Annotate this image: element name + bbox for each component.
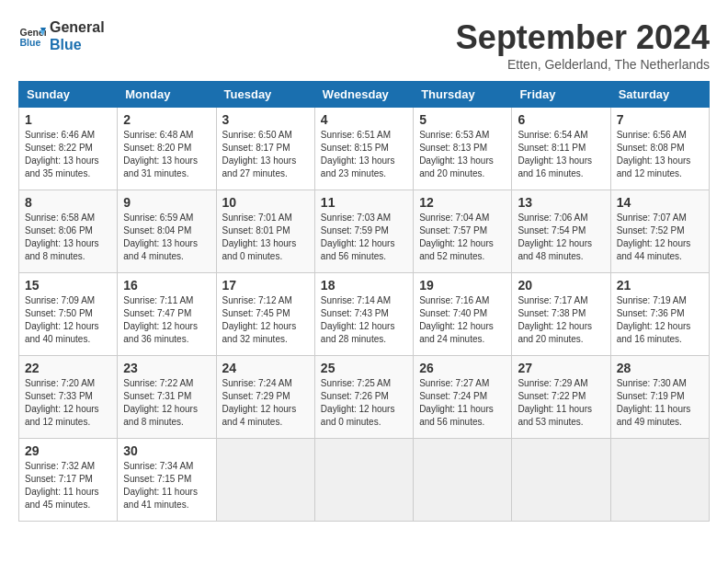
week-row-5: 29 Sunrise: 7:32 AM Sunset: 7:17 PM Dayl…: [19, 439, 710, 522]
day-info: Sunrise: 7:34 AM Sunset: 7:15 PM Dayligh…: [123, 460, 210, 511]
day-number: 13: [518, 195, 604, 210]
day-info: Sunrise: 7:09 AM Sunset: 7:50 PM Dayligh…: [25, 294, 111, 346]
day-info: Sunrise: 7:27 AM Sunset: 7:24 PM Dayligh…: [419, 377, 506, 429]
day-info: Sunrise: 6:48 AM Sunset: 8:20 PM Dayligh…: [123, 129, 210, 180]
header-cell-sunday: Sunday: [19, 82, 118, 108]
day-info: Sunrise: 7:12 AM Sunset: 7:45 PM Dayligh…: [222, 294, 309, 346]
day-number: 9: [123, 195, 210, 210]
day-cell: 20 Sunrise: 7:17 AM Sunset: 7:38 PM Dayl…: [512, 273, 610, 356]
day-info: Sunrise: 6:58 AM Sunset: 8:06 PM Dayligh…: [25, 212, 111, 263]
day-cell: 3 Sunrise: 6:50 AM Sunset: 8:17 PM Dayli…: [216, 108, 314, 190]
day-cell: [512, 439, 610, 522]
day-cell: 29 Sunrise: 7:32 AM Sunset: 7:17 PM Dayl…: [19, 439, 118, 522]
day-cell: 9 Sunrise: 6:59 AM Sunset: 8:04 PM Dayli…: [118, 190, 216, 273]
day-cell: 26 Sunrise: 7:27 AM Sunset: 7:24 PM Dayl…: [414, 356, 512, 439]
day-cell: [314, 439, 413, 522]
day-info: Sunrise: 7:19 AM Sunset: 7:36 PM Dayligh…: [617, 294, 703, 346]
day-number: 12: [419, 195, 506, 210]
day-cell: 12 Sunrise: 7:04 AM Sunset: 7:57 PM Dayl…: [414, 190, 512, 273]
day-number: 21: [617, 278, 703, 293]
day-info: Sunrise: 6:46 AM Sunset: 8:22 PM Dayligh…: [25, 129, 111, 180]
day-number: 29: [25, 443, 111, 458]
day-info: Sunrise: 7:17 AM Sunset: 7:38 PM Dayligh…: [518, 294, 604, 346]
title-block: September 2024 Etten, Gelderland, The Ne…: [456, 18, 710, 72]
day-number: 1: [25, 112, 111, 127]
day-cell: [610, 439, 709, 522]
header-cell-monday: Monday: [118, 82, 216, 108]
day-cell: 17 Sunrise: 7:12 AM Sunset: 7:45 PM Dayl…: [216, 273, 314, 356]
day-cell: [414, 439, 512, 522]
day-cell: 18 Sunrise: 7:14 AM Sunset: 7:43 PM Dayl…: [314, 273, 413, 356]
day-cell: 30 Sunrise: 7:34 AM Sunset: 7:15 PM Dayl…: [118, 439, 216, 522]
day-number: 26: [419, 361, 506, 375]
week-row-2: 8 Sunrise: 6:58 AM Sunset: 8:06 PM Dayli…: [19, 190, 710, 273]
day-number: 24: [222, 361, 309, 375]
day-info: Sunrise: 7:04 AM Sunset: 7:57 PM Dayligh…: [419, 212, 506, 263]
day-cell: 8 Sunrise: 6:58 AM Sunset: 8:06 PM Dayli…: [19, 190, 118, 273]
day-number: 16: [123, 278, 210, 293]
day-cell: 27 Sunrise: 7:29 AM Sunset: 7:22 PM Dayl…: [512, 356, 610, 439]
day-cell: 16 Sunrise: 7:11 AM Sunset: 7:47 PM Dayl…: [118, 273, 216, 356]
day-info: Sunrise: 7:14 AM Sunset: 7:43 PM Dayligh…: [321, 294, 407, 346]
day-number: 15: [25, 278, 111, 293]
day-info: Sunrise: 7:03 AM Sunset: 7:59 PM Dayligh…: [321, 212, 407, 263]
calendar-header: SundayMondayTuesdayWednesdayThursdayFrid…: [19, 82, 710, 108]
day-info: Sunrise: 7:25 AM Sunset: 7:26 PM Dayligh…: [321, 377, 407, 429]
day-number: 23: [123, 361, 210, 375]
day-info: Sunrise: 6:53 AM Sunset: 8:13 PM Dayligh…: [419, 129, 506, 180]
day-number: 6: [518, 112, 604, 127]
day-number: 8: [25, 195, 111, 210]
day-number: 2: [123, 112, 210, 127]
day-number: 11: [321, 195, 407, 210]
day-cell: 13 Sunrise: 7:06 AM Sunset: 7:54 PM Dayl…: [512, 190, 610, 273]
day-cell: 14 Sunrise: 7:07 AM Sunset: 7:52 PM Dayl…: [610, 190, 709, 273]
day-cell: 21 Sunrise: 7:19 AM Sunset: 7:36 PM Dayl…: [610, 273, 709, 356]
day-cell: 6 Sunrise: 6:54 AM Sunset: 8:11 PM Dayli…: [512, 108, 610, 190]
day-cell: 1 Sunrise: 6:46 AM Sunset: 8:22 PM Dayli…: [19, 108, 118, 190]
header-cell-wednesday: Wednesday: [314, 82, 413, 108]
day-info: Sunrise: 7:32 AM Sunset: 7:17 PM Dayligh…: [25, 460, 111, 511]
day-cell: 7 Sunrise: 6:56 AM Sunset: 8:08 PM Dayli…: [610, 108, 709, 190]
day-number: 19: [419, 278, 506, 293]
day-cell: [216, 439, 314, 522]
day-info: Sunrise: 7:30 AM Sunset: 7:19 PM Dayligh…: [617, 377, 703, 429]
day-cell: 11 Sunrise: 7:03 AM Sunset: 7:59 PM Dayl…: [314, 190, 413, 273]
day-number: 4: [321, 112, 407, 127]
day-cell: 10 Sunrise: 7:01 AM Sunset: 8:01 PM Dayl…: [216, 190, 314, 273]
day-number: 5: [419, 112, 506, 127]
day-info: Sunrise: 7:24 AM Sunset: 7:29 PM Dayligh…: [222, 377, 309, 429]
day-info: Sunrise: 7:01 AM Sunset: 8:01 PM Dayligh…: [222, 212, 309, 263]
day-number: 25: [321, 361, 407, 375]
day-number: 17: [222, 278, 309, 293]
day-number: 22: [25, 361, 111, 375]
day-number: 7: [617, 112, 703, 127]
page-header: General Blue General Blue September 2024…: [18, 18, 710, 72]
week-row-4: 22 Sunrise: 7:20 AM Sunset: 7:33 PM Dayl…: [19, 356, 710, 439]
header-cell-thursday: Thursday: [414, 82, 512, 108]
location-subtitle: Etten, Gelderland, The Netherlands: [456, 57, 710, 72]
day-number: 28: [617, 361, 703, 375]
header-cell-friday: Friday: [512, 82, 610, 108]
week-row-3: 15 Sunrise: 7:09 AM Sunset: 7:50 PM Dayl…: [19, 273, 710, 356]
logo: General Blue General Blue: [18, 18, 105, 53]
day-info: Sunrise: 7:07 AM Sunset: 7:52 PM Dayligh…: [617, 212, 703, 263]
day-cell: 23 Sunrise: 7:22 AM Sunset: 7:31 PM Dayl…: [118, 356, 216, 439]
day-cell: 24 Sunrise: 7:24 AM Sunset: 7:29 PM Dayl…: [216, 356, 314, 439]
svg-text:Blue: Blue: [20, 37, 41, 48]
day-info: Sunrise: 7:29 AM Sunset: 7:22 PM Dayligh…: [518, 377, 604, 429]
day-number: 10: [222, 195, 309, 210]
day-cell: 2 Sunrise: 6:48 AM Sunset: 8:20 PM Dayli…: [118, 108, 216, 190]
day-number: 27: [518, 361, 604, 375]
day-cell: 4 Sunrise: 6:51 AM Sunset: 8:15 PM Dayli…: [314, 108, 413, 190]
day-number: 18: [321, 278, 407, 293]
header-cell-saturday: Saturday: [610, 82, 709, 108]
day-info: Sunrise: 7:11 AM Sunset: 7:47 PM Dayligh…: [123, 294, 210, 346]
day-cell: 15 Sunrise: 7:09 AM Sunset: 7:50 PM Dayl…: [19, 273, 118, 356]
day-number: 14: [617, 195, 703, 210]
calendar-body: 1 Sunrise: 6:46 AM Sunset: 8:22 PM Dayli…: [19, 108, 710, 522]
day-info: Sunrise: 6:54 AM Sunset: 8:11 PM Dayligh…: [518, 129, 604, 180]
day-cell: 22 Sunrise: 7:20 AM Sunset: 7:33 PM Dayl…: [19, 356, 118, 439]
day-cell: 5 Sunrise: 6:53 AM Sunset: 8:13 PM Dayli…: [414, 108, 512, 190]
header-cell-tuesday: Tuesday: [216, 82, 314, 108]
month-title: September 2024: [456, 18, 710, 57]
